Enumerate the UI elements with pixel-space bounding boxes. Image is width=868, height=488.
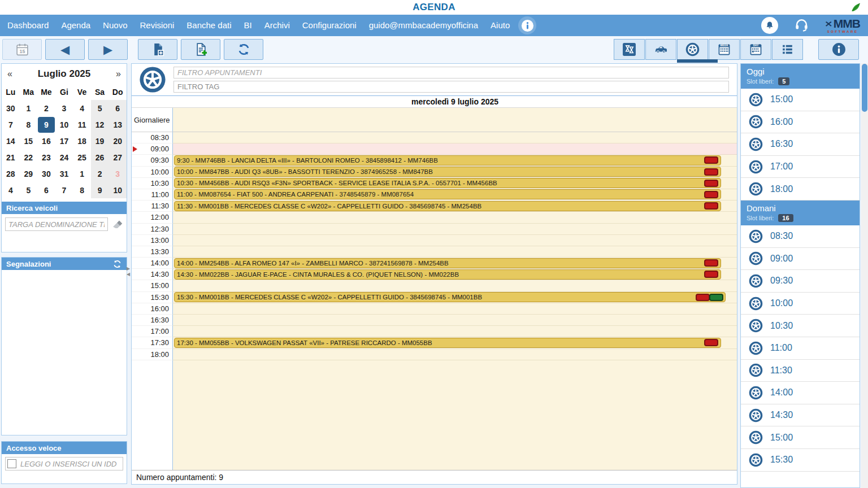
appointment[interactable]: 15:30 - MM001BB - MERCEDES CLASSE C «W20… [174, 292, 726, 302]
eraser-icon[interactable] [111, 219, 123, 230]
time-slot-cell[interactable] [173, 349, 737, 360]
filter-tag-input[interactable] [173, 81, 729, 93]
free-slot[interactable]: 08:30 [741, 225, 860, 248]
calendar-day[interactable]: 7 [55, 182, 73, 198]
appointment[interactable]: 17:30 - MM055BB - VOLKSWAGEN PASSAT «VII… [174, 338, 721, 348]
appointment[interactable]: 14:30 - MM022BB - JAGUAR E-PACE - CINTA … [174, 269, 721, 280]
calendar-day[interactable]: 6 [108, 100, 127, 116]
calendar-day[interactable]: 6 [37, 182, 55, 198]
time-slot-cell[interactable]: 14:30 - MM022BB - JAGUAR E-PACE - CINTA … [173, 269, 737, 280]
calendar-day[interactable]: 4 [2, 182, 20, 198]
appointment[interactable]: 11:30 - MM001BB - MERCEDES CLASSE C «W20… [174, 201, 721, 211]
nav-item-guido-mmbacademyofficina[interactable]: guido@mmbacademyofficina [363, 15, 484, 36]
tab-calendar-week[interactable] [709, 39, 740, 60]
refresh-button[interactable] [224, 39, 263, 60]
time-slot-cell[interactable] [173, 224, 737, 235]
time-slot-cell[interactable] [173, 143, 737, 155]
time-slot-cell[interactable]: 10:30 - MM456BB - AUDI RSQ3 «F3N» SPORTB… [173, 178, 737, 189]
appointment[interactable]: 9:30 - MM746BB - LANCIA DELTA «III» - BA… [174, 155, 721, 165]
free-slot[interactable]: 10:30 [741, 315, 860, 337]
prev-day-button[interactable]: ◀ [45, 39, 85, 60]
scrollbar-thumb[interactable] [862, 64, 867, 112]
nav-item-dashboard[interactable]: Dashboard [1, 15, 55, 36]
time-slot-cell[interactable] [173, 132, 737, 143]
calendar-day[interactable]: 1 [20, 100, 38, 116]
time-slot-cell[interactable] [173, 212, 737, 223]
daily-row-cell[interactable] [173, 108, 737, 132]
calendar-next-month-button[interactable]: » [110, 69, 121, 79]
time-slot-cell[interactable] [173, 303, 737, 315]
calendar-day[interactable]: 2 [91, 165, 109, 182]
tab-car[interactable] [645, 39, 676, 60]
time-slot-cell[interactable] [173, 326, 737, 337]
free-slot[interactable]: 14:00 [741, 382, 860, 404]
tab-mot[interactable] [614, 39, 645, 60]
time-slot-cell[interactable] [173, 280, 737, 291]
refresh-icon[interactable] [112, 259, 122, 269]
calendar-prev-month-button[interactable]: « [7, 69, 19, 79]
free-slot[interactable]: 09:00 [741, 248, 860, 271]
time-slot-cell[interactable]: 9:30 - MM746BB - LANCIA DELTA «III» - BA… [173, 155, 737, 166]
calendar-day[interactable]: 16 [37, 133, 55, 149]
idd-checkbox[interactable] [7, 459, 16, 468]
calendar-day-selected[interactable]: 9 [37, 116, 55, 133]
free-slot[interactable]: 10:00 [741, 293, 860, 315]
nav-item-agenda[interactable]: Agenda [55, 15, 97, 36]
time-slot-cell[interactable]: 11:30 - MM001BB - MERCEDES CLASSE C «W20… [173, 201, 737, 212]
free-slot[interactable]: 15:00 [741, 89, 860, 111]
free-slot[interactable]: 16:00 [741, 111, 860, 134]
new-appointment-button[interactable] [138, 39, 177, 60]
calendar-day[interactable]: 26 [91, 149, 109, 165]
free-slot[interactable]: 11:30 [741, 360, 860, 382]
calendar-day[interactable]: 15 [20, 133, 38, 149]
free-slot[interactable]: 14:30 [741, 404, 860, 427]
calendar-day[interactable]: 1 [73, 165, 91, 182]
tab-wheel[interactable] [677, 39, 708, 60]
tab-calendar-day[interactable] [740, 39, 771, 60]
calendar-day[interactable]: 13 [108, 116, 127, 133]
calendar-day[interactable]: 4 [73, 100, 91, 116]
time-slot-cell[interactable] [173, 315, 737, 326]
free-slot[interactable]: 11:00 [741, 337, 860, 360]
calendar-day[interactable]: 25 [73, 149, 91, 165]
appointment[interactable]: 11:00 - MM087654 - FIAT 500 - ANDREA CAR… [174, 189, 721, 199]
appointment[interactable]: 14:00 - MM254BB - ALFA ROMEO 147 «I» - Z… [174, 258, 721, 268]
calendar-day[interactable]: 8 [20, 116, 38, 133]
tab-list[interactable] [772, 39, 803, 60]
calendar-day[interactable]: 18 [73, 133, 91, 149]
calendar-day[interactable]: 5 [91, 100, 109, 116]
calendar-day[interactable]: 5 [20, 182, 38, 198]
calendar-day[interactable]: 7 [2, 116, 20, 133]
calendar-day[interactable]: 17 [55, 133, 73, 149]
free-slot[interactable]: 16:30 [741, 133, 860, 156]
nav-item-revisioni[interactable]: Revisioni [133, 15, 180, 36]
calendar-day[interactable]: 24 [55, 149, 73, 165]
calendar-day[interactable]: 30 [2, 100, 20, 116]
next-day-button[interactable]: ▶ [88, 39, 128, 60]
idd-input[interactable] [5, 457, 123, 470]
calendar-day[interactable]: 27 [108, 149, 127, 165]
nav-item-nuovo[interactable]: Nuovo [97, 15, 133, 36]
calendar-day[interactable]: 31 [55, 165, 73, 182]
calendar-day[interactable]: 10 [55, 116, 73, 133]
free-slot[interactable]: 15:30 [741, 449, 860, 472]
vehicle-search-input[interactable] [5, 217, 108, 231]
free-slot[interactable]: 09:30 [741, 270, 860, 293]
calendar-day[interactable]: 19 [91, 133, 109, 149]
filter-appointments-input[interactable] [173, 67, 729, 79]
support-button[interactable] [794, 17, 809, 34]
free-slot[interactable]: 17:00 [741, 156, 860, 178]
time-slot-cell[interactable]: 10:00 - MM847BB - AUDI Q3 «8UB» - BASSOT… [173, 167, 737, 178]
time-slot-cell[interactable] [173, 246, 737, 258]
calendar-day[interactable]: 21 [2, 149, 20, 165]
calendar-day[interactable]: 22 [20, 149, 38, 165]
time-slot-cell[interactable]: 17:30 - MM055BB - VOLKSWAGEN PASSAT «VII… [173, 337, 737, 348]
appointment[interactable]: 10:30 - MM456BB - AUDI RSQ3 «F3N» SPORTB… [174, 178, 721, 188]
time-slot-cell[interactable] [173, 235, 737, 246]
calendar-day[interactable]: 3 [55, 100, 73, 116]
calendar-day[interactable]: 29 [20, 165, 38, 182]
free-slot[interactable]: 18:00 [741, 178, 860, 201]
calendar-day[interactable]: 2 [37, 100, 55, 116]
calendar-day[interactable]: 28 [2, 165, 20, 182]
right-scrollbar[interactable] [861, 63, 868, 488]
